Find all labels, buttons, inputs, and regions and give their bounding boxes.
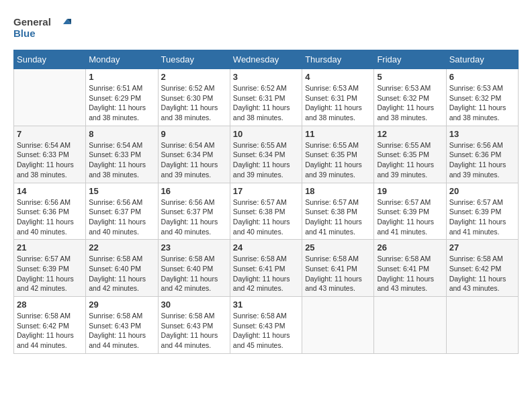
cell-content: Sunrise: 6:53 AM Sunset: 6:31 PM Dayligh… <box>305 83 371 123</box>
day-number: 22 <box>89 242 154 253</box>
cell-content: Sunrise: 6:57 AM Sunset: 6:39 PM Dayligh… <box>377 197 443 237</box>
calendar-cell: 8Sunrise: 6:54 AM Sunset: 6:33 PM Daylig… <box>86 126 158 183</box>
calendar-cell: 16Sunrise: 6:56 AM Sunset: 6:37 PM Dayli… <box>158 183 230 240</box>
cell-content: Sunrise: 6:58 AM Sunset: 6:42 PM Dayligh… <box>17 311 83 351</box>
calendar-cell: 21Sunrise: 6:57 AM Sunset: 6:39 PM Dayli… <box>14 240 86 297</box>
calendar-cell: 4Sunrise: 6:53 AM Sunset: 6:31 PM Daylig… <box>302 69 374 126</box>
cell-content: Sunrise: 6:58 AM Sunset: 6:40 PM Dayligh… <box>89 254 154 293</box>
calendar-cell: 18Sunrise: 6:57 AM Sunset: 6:38 PM Dayli… <box>302 183 374 240</box>
calendar-cell: 9Sunrise: 6:54 AM Sunset: 6:34 PM Daylig… <box>158 126 230 183</box>
calendar-cell: 31Sunrise: 6:58 AM Sunset: 6:43 PM Dayli… <box>230 297 302 354</box>
svg-text:Blue: Blue <box>13 28 36 39</box>
cell-content: Sunrise: 6:56 AM Sunset: 6:36 PM Dayligh… <box>449 140 515 180</box>
calendar-header-thursday: Thursday <box>302 50 374 69</box>
day-number: 15 <box>89 186 154 196</box>
calendar-cell: 25Sunrise: 6:58 AM Sunset: 6:41 PM Dayli… <box>302 240 374 297</box>
cell-content: Sunrise: 6:54 AM Sunset: 6:33 PM Dayligh… <box>89 140 154 180</box>
cell-content: Sunrise: 6:52 AM Sunset: 6:31 PM Dayligh… <box>233 83 299 123</box>
cell-content: Sunrise: 6:56 AM Sunset: 6:37 PM Dayligh… <box>89 197 154 237</box>
calendar-cell: 7Sunrise: 6:54 AM Sunset: 6:33 PM Daylig… <box>14 126 86 183</box>
calendar-cell: 12Sunrise: 6:55 AM Sunset: 6:35 PM Dayli… <box>374 126 446 183</box>
day-number: 30 <box>161 300 227 310</box>
day-number: 11 <box>305 129 371 139</box>
calendar-cell: 14Sunrise: 6:56 AM Sunset: 6:36 PM Dayli… <box>14 183 86 240</box>
calendar-cell: 17Sunrise: 6:57 AM Sunset: 6:38 PM Dayli… <box>230 183 302 240</box>
cell-content: Sunrise: 6:58 AM Sunset: 6:42 PM Dayligh… <box>449 254 515 293</box>
calendar-cell: 11Sunrise: 6:55 AM Sunset: 6:35 PM Dayli… <box>302 126 374 183</box>
calendar-cell: 15Sunrise: 6:56 AM Sunset: 6:37 PM Dayli… <box>86 183 158 240</box>
day-number: 6 <box>449 72 515 82</box>
calendar-cell <box>302 297 374 354</box>
cell-content: Sunrise: 6:56 AM Sunset: 6:37 PM Dayligh… <box>161 197 227 237</box>
day-number: 18 <box>305 186 371 196</box>
day-number: 7 <box>17 129 83 139</box>
day-number: 20 <box>449 186 515 196</box>
calendar-header-tuesday: Tuesday <box>158 50 230 69</box>
cell-content: Sunrise: 6:52 AM Sunset: 6:30 PM Dayligh… <box>161 83 227 123</box>
calendar-week-row: 21Sunrise: 6:57 AM Sunset: 6:39 PM Dayli… <box>14 240 519 297</box>
cell-content: Sunrise: 6:54 AM Sunset: 6:34 PM Dayligh… <box>161 140 227 180</box>
calendar-week-row: 7Sunrise: 6:54 AM Sunset: 6:33 PM Daylig… <box>14 126 519 183</box>
calendar-cell: 6Sunrise: 6:53 AM Sunset: 6:32 PM Daylig… <box>446 69 518 126</box>
calendar-header-wednesday: Wednesday <box>230 50 302 69</box>
cell-content: Sunrise: 6:58 AM Sunset: 6:41 PM Dayligh… <box>377 254 443 293</box>
calendar-cell: 2Sunrise: 6:52 AM Sunset: 6:30 PM Daylig… <box>158 69 230 126</box>
calendar-cell: 29Sunrise: 6:58 AM Sunset: 6:43 PM Dayli… <box>86 297 158 354</box>
cell-content: Sunrise: 6:58 AM Sunset: 6:41 PM Dayligh… <box>305 254 371 293</box>
calendar-week-row: 28Sunrise: 6:58 AM Sunset: 6:42 PM Dayli… <box>14 297 519 354</box>
svg-text:General: General <box>13 16 51 28</box>
calendar-cell <box>14 69 86 126</box>
day-number: 21 <box>17 242 83 253</box>
calendar-cell: 13Sunrise: 6:56 AM Sunset: 6:36 PM Dayli… <box>446 126 518 183</box>
calendar-header-monday: Monday <box>86 50 158 69</box>
cell-content: Sunrise: 6:56 AM Sunset: 6:36 PM Dayligh… <box>17 197 83 237</box>
calendar-cell: 3Sunrise: 6:52 AM Sunset: 6:31 PM Daylig… <box>230 69 302 126</box>
cell-content: Sunrise: 6:58 AM Sunset: 6:40 PM Dayligh… <box>161 254 227 293</box>
calendar-week-row: 1Sunrise: 6:51 AM Sunset: 6:29 PM Daylig… <box>14 69 519 126</box>
calendar-header-sunday: Sunday <box>14 50 86 69</box>
calendar-cell <box>446 297 518 354</box>
logo: General Blue <box>13 13 74 43</box>
calendar-cell: 22Sunrise: 6:58 AM Sunset: 6:40 PM Dayli… <box>86 240 158 297</box>
logo-svg: General Blue <box>13 13 74 43</box>
calendar-cell: 10Sunrise: 6:55 AM Sunset: 6:34 PM Dayli… <box>230 126 302 183</box>
day-number: 3 <box>233 72 299 82</box>
day-number: 29 <box>89 300 154 310</box>
day-number: 2 <box>161 72 227 82</box>
day-number: 4 <box>305 72 371 82</box>
calendar-cell: 24Sunrise: 6:58 AM Sunset: 6:41 PM Dayli… <box>230 240 302 297</box>
day-number: 26 <box>377 242 443 253</box>
cell-content: Sunrise: 6:58 AM Sunset: 6:41 PM Dayligh… <box>233 254 299 293</box>
day-number: 12 <box>377 129 443 139</box>
calendar-header-saturday: Saturday <box>446 50 518 69</box>
day-number: 9 <box>161 129 227 139</box>
day-number: 5 <box>377 72 443 82</box>
day-number: 8 <box>89 129 154 139</box>
day-number: 31 <box>233 300 299 310</box>
calendar-header-friday: Friday <box>374 50 446 69</box>
day-number: 17 <box>233 186 299 196</box>
day-number: 13 <box>449 129 515 139</box>
cell-content: Sunrise: 6:54 AM Sunset: 6:33 PM Dayligh… <box>17 140 83 180</box>
day-number: 1 <box>89 72 154 82</box>
day-number: 16 <box>161 186 227 196</box>
cell-content: Sunrise: 6:53 AM Sunset: 6:32 PM Dayligh… <box>377 83 443 123</box>
cell-content: Sunrise: 6:55 AM Sunset: 6:35 PM Dayligh… <box>377 140 443 180</box>
calendar-cell: 1Sunrise: 6:51 AM Sunset: 6:29 PM Daylig… <box>86 69 158 126</box>
cell-content: Sunrise: 6:53 AM Sunset: 6:32 PM Dayligh… <box>449 83 515 123</box>
cell-content: Sunrise: 6:57 AM Sunset: 6:39 PM Dayligh… <box>17 254 83 293</box>
day-number: 23 <box>161 242 227 253</box>
day-number: 10 <box>233 129 299 139</box>
cell-content: Sunrise: 6:58 AM Sunset: 6:43 PM Dayligh… <box>233 311 299 351</box>
cell-content: Sunrise: 6:55 AM Sunset: 6:35 PM Dayligh… <box>305 140 371 180</box>
cell-content: Sunrise: 6:58 AM Sunset: 6:43 PM Dayligh… <box>89 311 154 351</box>
calendar-week-row: 14Sunrise: 6:56 AM Sunset: 6:36 PM Dayli… <box>14 183 519 240</box>
page-header: General Blue <box>13 13 519 43</box>
calendar-cell: 28Sunrise: 6:58 AM Sunset: 6:42 PM Dayli… <box>14 297 86 354</box>
calendar-cell: 30Sunrise: 6:58 AM Sunset: 6:43 PM Dayli… <box>158 297 230 354</box>
cell-content: Sunrise: 6:51 AM Sunset: 6:29 PM Dayligh… <box>89 83 154 123</box>
calendar-cell <box>374 297 446 354</box>
day-number: 25 <box>305 242 371 253</box>
day-number: 14 <box>17 186 83 196</box>
calendar-cell: 5Sunrise: 6:53 AM Sunset: 6:32 PM Daylig… <box>374 69 446 126</box>
